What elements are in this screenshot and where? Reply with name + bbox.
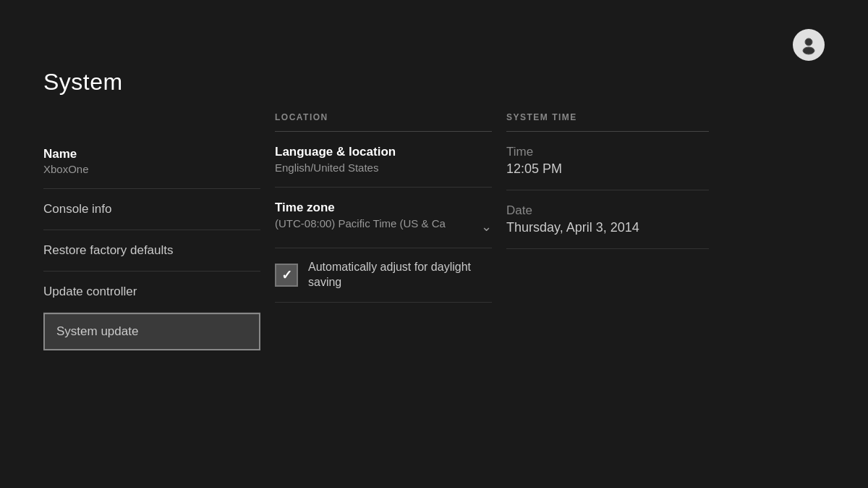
- timezone-item[interactable]: Time zone (UTC-08:00) Pacific Time (US &…: [275, 188, 492, 248]
- location-column: LOCATION Language & location English/Uni…: [275, 112, 492, 350]
- language-location-value: English/United States: [275, 161, 492, 174]
- page-title: System: [43, 69, 123, 96]
- user-settings-icon[interactable]: [793, 29, 825, 61]
- language-location-item[interactable]: Language & location English/United State…: [275, 132, 492, 188]
- system-time-header: SYSTEM TIME: [506, 112, 709, 132]
- date-item: Date Thursday, April 3, 2014: [506, 190, 709, 249]
- auto-adjust-row[interactable]: ✓ Automatically adjust for daylight savi…: [275, 248, 492, 303]
- location-header: LOCATION: [275, 112, 492, 132]
- timezone-value: (UTC-08:00) Pacific Time (US & Ca: [275, 217, 475, 230]
- time-value: 12:05 PM: [506, 161, 709, 177]
- sidebar-item-name-label: Name: [43, 147, 260, 161]
- sidebar-item-update-controller[interactable]: Update controller: [43, 272, 260, 313]
- sidebar-item-name[interactable]: Name XboxOne: [43, 134, 260, 189]
- auto-adjust-checkbox[interactable]: ✓: [275, 264, 298, 287]
- language-location-label: Language & location: [275, 145, 492, 159]
- chevron-down-icon: ⌄: [481, 219, 492, 235]
- sidebar-item-console-info[interactable]: Console info: [43, 189, 260, 230]
- sidebar-item-name-sub: XboxOne: [43, 163, 260, 185]
- checkmark-icon: ✓: [281, 267, 292, 283]
- sidebar-item-restore-label: Restore factory defaults: [43, 243, 174, 257]
- main-content: Name XboxOne Console info Restore factor…: [0, 112, 868, 350]
- sidebar-item-update-controller-label: Update controller: [43, 285, 137, 298]
- time-label: Time: [506, 145, 709, 159]
- timezone-label: Time zone: [275, 201, 492, 215]
- system-time-column: SYSTEM TIME Time 12:05 PM Date Thursday,…: [506, 112, 709, 350]
- sidebar-item-system-update-label: System update: [56, 324, 138, 338]
- sidebar-item-restore[interactable]: Restore factory defaults: [43, 230, 260, 272]
- time-item: Time 12:05 PM: [506, 132, 709, 190]
- sidebar: Name XboxOne Console info Restore factor…: [43, 134, 260, 350]
- sidebar-item-system-update[interactable]: System update: [43, 313, 260, 350]
- sidebar-item-console-info-label: Console info: [43, 202, 112, 216]
- auto-adjust-label: Automatically adjust for daylight saving: [308, 260, 492, 290]
- date-label: Date: [506, 203, 709, 218]
- timezone-row: (UTC-08:00) Pacific Time (US & Ca ⌄: [275, 217, 492, 235]
- date-value: Thursday, April 3, 2014: [506, 220, 709, 235]
